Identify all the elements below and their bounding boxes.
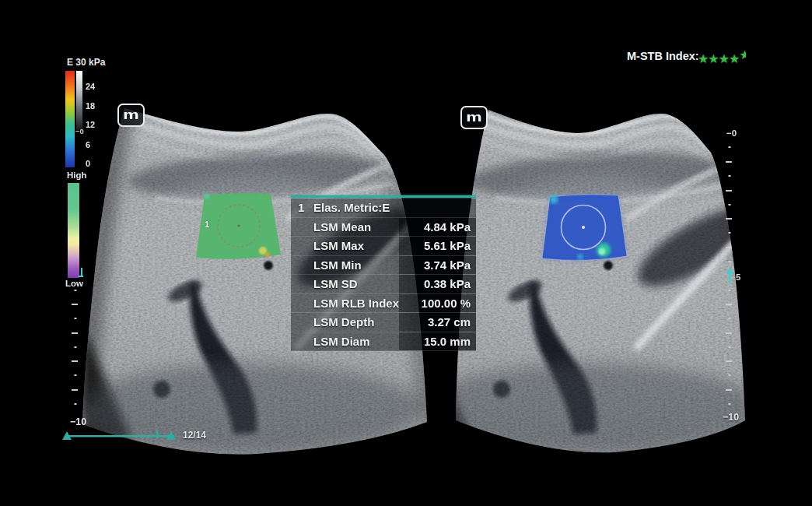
rlb-colorbar bbox=[68, 183, 79, 278]
cine-frame-counter: 12/14 bbox=[183, 430, 206, 441]
measurement-metric: Elas. Metric:E bbox=[313, 201, 476, 214]
elasto-tick-0: 0 bbox=[86, 159, 90, 168]
elasto-scale-title: E 30 kPa bbox=[67, 57, 105, 68]
star-icon: ★ bbox=[739, 47, 745, 63]
result-row: LSM RLB Index 100.00 % bbox=[291, 294, 476, 314]
grayscale-bar bbox=[76, 71, 82, 130]
cine-current-frame-tick bbox=[156, 430, 159, 439]
result-label: LSM Diam bbox=[291, 335, 399, 348]
elasto-colorbar bbox=[65, 71, 75, 167]
result-value: 4.84 kPa bbox=[399, 218, 476, 237]
roi-index-label: 1 bbox=[205, 220, 209, 229]
result-row: LSM Min 3.74 kPa bbox=[291, 256, 476, 276]
result-label: LSM Max bbox=[291, 239, 399, 252]
measurement-index: 1 bbox=[291, 201, 313, 214]
star-icon: ★ bbox=[698, 51, 708, 67]
roi-box-right[interactable] bbox=[542, 195, 627, 261]
star-icon: ★ bbox=[729, 51, 739, 67]
measurement-results-panel: 1 Elas. Metric:E LSM Mean 4.84 kPa LSM M… bbox=[291, 199, 476, 351]
result-row-header: 1 Elas. Metric:E bbox=[291, 199, 476, 218]
result-label: LSM RLB Index bbox=[291, 297, 399, 310]
result-value: 15.0 mm bbox=[399, 332, 476, 351]
result-row: LSM SD 0.38 kPa bbox=[291, 275, 476, 294]
result-value: 3.74 kPa bbox=[399, 256, 476, 275]
vendor-logo-left: m bbox=[117, 104, 145, 127]
gray-map-tick: −0 bbox=[75, 127, 84, 135]
result-row: LSM Diam 15.0 mm bbox=[291, 332, 476, 352]
star-icon: ★ bbox=[708, 51, 718, 67]
result-value: 100.00 % bbox=[399, 294, 476, 313]
result-value: 5.61 kPa bbox=[399, 237, 476, 255]
result-label: LSM Depth bbox=[291, 315, 399, 329]
mstb-index-label: M-STB Index: bbox=[627, 50, 699, 62]
ruler-right-10: −10 bbox=[723, 412, 739, 423]
ruler-right-0: −0 bbox=[726, 128, 737, 138]
star-icon: ★ bbox=[719, 51, 729, 67]
result-label: LSM SD bbox=[291, 277, 399, 290]
vendor-logo-right: m bbox=[460, 106, 488, 129]
ruler-right-5: 5 bbox=[736, 272, 740, 282]
result-value: 3.27 cm bbox=[399, 313, 476, 332]
ruler-left-10: −10 bbox=[70, 416, 86, 427]
mstb-stars: ★★★★★ bbox=[698, 47, 746, 67]
panel-accent-line bbox=[291, 195, 476, 198]
result-row: LSM Mean 4.84 kPa bbox=[291, 218, 476, 237]
elasto-tick-18: 18 bbox=[86, 101, 95, 111]
result-label: LSM Min bbox=[291, 258, 399, 272]
result-label: LSM Mean bbox=[291, 220, 399, 234]
elasto-tick-12: 12 bbox=[86, 120, 95, 129]
result-value: 0.38 kPa bbox=[399, 275, 476, 293]
elasto-tick-24: 24 bbox=[86, 82, 95, 91]
rlb-threshold-marker-foot bbox=[79, 276, 83, 277]
rlb-high-label: High bbox=[67, 170, 87, 180]
result-row: LSM Depth 3.27 cm bbox=[291, 313, 476, 332]
rlb-low-label: Low bbox=[65, 279, 83, 288]
result-row: LSM Max 5.61 kPa bbox=[291, 237, 476, 256]
elasto-tick-6: 6 bbox=[86, 140, 90, 149]
